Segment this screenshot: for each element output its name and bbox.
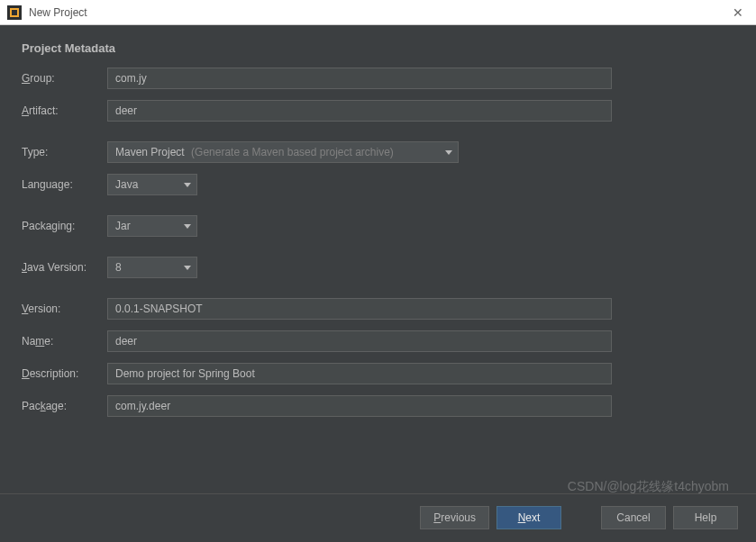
cancel-button[interactable]: Cancel <box>601 506 666 529</box>
chevron-down-icon <box>184 224 191 229</box>
label-package: Package: <box>22 400 107 412</box>
label-language: Language: <box>22 178 107 191</box>
row-artifact: Artifact: <box>22 100 734 122</box>
group-input[interactable] <box>107 68 612 89</box>
row-type: Type: Maven Project (Generate a Maven ba… <box>22 141 734 163</box>
label-name: Name: <box>22 335 107 348</box>
chevron-down-icon <box>184 183 191 187</box>
row-name: Name: <box>22 330 734 352</box>
language-select[interactable]: Java <box>107 174 197 195</box>
version-input[interactable] <box>107 298 612 320</box>
row-packaging: Packaging: Jar <box>22 215 734 237</box>
row-java-version: Java Version: 8 <box>22 257 734 278</box>
help-button[interactable]: Help <box>673 506 738 529</box>
row-description: Description: <box>22 363 734 384</box>
label-type: Type: <box>22 146 107 158</box>
chevron-down-icon <box>184 266 191 270</box>
svg-rect-1 <box>12 10 17 15</box>
label-java-version: Java Version: <box>22 261 107 274</box>
packaging-select[interactable]: Jar <box>107 215 197 237</box>
form-area: Group: Artifact: Type: Maven Project (Ge… <box>22 68 734 483</box>
type-select[interactable]: Maven Project (Generate a Maven based pr… <box>107 141 459 163</box>
label-description: Description: <box>22 367 107 380</box>
row-version: Version: <box>22 298 734 320</box>
close-icon[interactable]: ✕ <box>727 5 749 20</box>
label-artifact: Artifact: <box>22 104 107 117</box>
chevron-down-icon <box>445 150 452 155</box>
description-input[interactable] <box>107 363 612 384</box>
java-version-select[interactable]: 8 <box>107 257 197 278</box>
label-packaging: Packaging: <box>22 220 107 232</box>
label-version: Version: <box>22 303 107 315</box>
previous-button[interactable]: Previous <box>420 506 489 529</box>
section-title: Project Metadata <box>22 41 734 55</box>
row-language: Language: Java <box>22 174 734 195</box>
name-input[interactable] <box>107 330 612 352</box>
artifact-input[interactable] <box>107 100 612 122</box>
row-group: Group: <box>22 68 734 89</box>
app-icon <box>7 5 22 20</box>
row-package: Package: <box>22 395 734 417</box>
label-group: Group: <box>22 72 107 85</box>
package-input[interactable] <box>107 395 612 417</box>
next-button[interactable]: Next <box>496 506 561 529</box>
dialog-body: Project Metadata Group: Artifact: Type: … <box>0 25 756 493</box>
dialog-footer: Previous Next Cancel Help <box>0 493 756 540</box>
titlebar: New Project ✕ <box>0 0 756 25</box>
window-title: New Project <box>29 6 727 19</box>
